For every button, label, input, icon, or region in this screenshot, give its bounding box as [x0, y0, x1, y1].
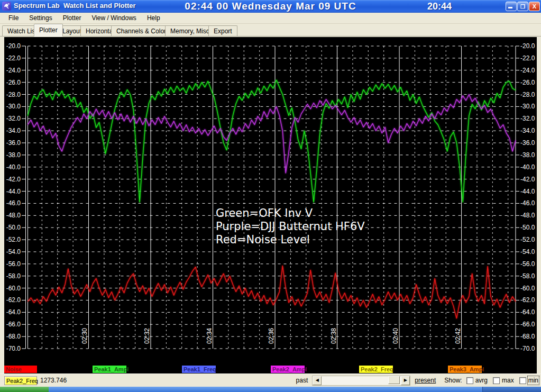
svg-text:-66.0: -66.0 — [6, 321, 21, 328]
svg-text:-60.0: -60.0 — [6, 285, 21, 292]
svg-text:-32.0: -32.0 — [6, 115, 21, 122]
scroll-left-arrow[interactable]: ◀ — [313, 376, 322, 385]
svg-text:-54.0: -54.0 — [520, 248, 535, 256]
channel-value: 1273.746 — [40, 377, 67, 384]
svg-text:-68.0: -68.0 — [520, 333, 535, 340]
legend-chip-peak1_ampl[interactable]: Peak1_Ampl — [93, 366, 126, 373]
legend-chip-peak2_ampl[interactable]: Peak2_Ampl — [271, 366, 305, 373]
trace-2 — [28, 266, 516, 318]
tab-export[interactable]: Export — [208, 25, 237, 36]
legend-chip-peak2_freq[interactable]: Peak2_Freq — [359, 366, 393, 373]
menu-bar: FileSettingsPlotterView / WindowsHelp — [0, 13, 541, 24]
svg-text:-70.0: -70.0 — [520, 345, 535, 352]
restore-button[interactable] — [517, 2, 528, 11]
plot-annotation-line: Green=OFK Inv V — [216, 207, 313, 220]
svg-text:-54.0: -54.0 — [6, 248, 21, 256]
svg-text:-24.0: -24.0 — [520, 67, 535, 74]
menu-item-settings[interactable]: Settings — [24, 13, 57, 23]
svg-text:-62.0: -62.0 — [6, 296, 21, 304]
svg-text:-36.0: -36.0 — [520, 139, 535, 147]
svg-text:-52.0: -52.0 — [6, 236, 21, 243]
menu-item-plotter[interactable]: Plotter — [58, 13, 87, 23]
selected-channel-chip[interactable]: Peak2_Freq — [4, 376, 37, 385]
avrg-checkbox[interactable] — [466, 377, 473, 384]
tab-plotter[interactable]: Plotter — [34, 24, 63, 37]
plot-annotation-line: Purple=DJJ Butternut HF6V — [216, 220, 365, 233]
svg-text:-32.0: -32.0 — [520, 115, 535, 122]
svg-text:02:34: 02:34 — [206, 328, 213, 344]
menu-item-help[interactable]: Help — [142, 13, 166, 23]
trace-0 — [28, 80, 516, 202]
legend-chip-peak3_ampl[interactable]: Peak3_Ampl — [448, 366, 482, 373]
avrg-checkbox-label: avrg — [475, 377, 488, 384]
svg-text:-30.0: -30.0 — [520, 103, 535, 110]
svg-text:-48.0: -48.0 — [520, 212, 535, 219]
history-controls: past ◀ ▶ present Show: avrgmaxmin — [296, 376, 541, 386]
svg-text:-40.0: -40.0 — [520, 163, 535, 171]
svg-text:-52.0: -52.0 — [520, 236, 535, 243]
local-clock: 20:44 — [427, 1, 452, 12]
svg-text:-38.0: -38.0 — [520, 151, 535, 159]
svg-text:-64.0: -64.0 — [6, 308, 21, 316]
app-icon — [2, 2, 11, 11]
close-button[interactable]: X — [529, 2, 540, 11]
min-checkbox[interactable] — [519, 377, 526, 384]
svg-text:-38.0: -38.0 — [6, 151, 21, 159]
history-scrollbar[interactable]: ◀ ▶ — [312, 376, 410, 386]
svg-text:-22.0: -22.0 — [6, 54, 21, 62]
plot-canvas[interactable]: -20.0-20.0-22.0-22.0-24.0-24.0-26.0-26.0… — [4, 37, 537, 373]
svg-text:-34.0: -34.0 — [6, 127, 21, 134]
legend-chip-noise[interactable]: Noise — [4, 366, 37, 373]
svg-text:02:38: 02:38 — [330, 328, 337, 344]
past-label: past — [296, 377, 308, 384]
tab-bar: Watch ListPlotterLayoutHorizontalChannel… — [0, 24, 541, 37]
scrollbar-thumb[interactable] — [388, 376, 400, 384]
utc-clock: 02:44 00 Wednesday Mar 09 UTC — [185, 1, 356, 12]
scroll-right-arrow[interactable]: ▶ — [401, 376, 410, 385]
max-checkbox-label: max — [502, 377, 514, 384]
trace-1 — [28, 95, 516, 174]
present-link[interactable]: present — [415, 377, 436, 384]
svg-text:-44.0: -44.0 — [6, 188, 21, 195]
svg-text:-68.0: -68.0 — [6, 333, 21, 340]
svg-text:-20.0: -20.0 — [6, 42, 21, 50]
svg-text:-56.0: -56.0 — [6, 260, 21, 268]
legend-chip-peak1_freq[interactable]: Peak1_Freq — [182, 366, 216, 373]
svg-text:-26.0: -26.0 — [6, 79, 21, 86]
title-bar[interactable]: Spectrum Lab Watch List and Plotter 02:4… — [0, 0, 541, 13]
svg-text:-44.0: -44.0 — [520, 188, 535, 195]
svg-text:-42.0: -42.0 — [6, 176, 21, 183]
svg-text:-26.0: -26.0 — [520, 79, 535, 86]
status-bar: Peak2_Freq 1273.746 past ◀ ▶ present Sho… — [0, 373, 541, 387]
show-label: Show: — [444, 377, 462, 384]
svg-text:02:40: 02:40 — [392, 328, 399, 344]
taskbar-item-fragment[interactable] — [482, 387, 541, 392]
svg-text:-66.0: -66.0 — [520, 321, 535, 328]
svg-text:02:32: 02:32 — [143, 328, 151, 344]
svg-text:-36.0: -36.0 — [6, 139, 21, 147]
svg-text:02:42: 02:42 — [454, 328, 462, 344]
taskbar-strip[interactable] — [0, 387, 541, 392]
show-checkbox-row: avrgmaxmin — [466, 377, 538, 384]
svg-text:-20.0: -20.0 — [520, 42, 535, 50]
svg-text:-28.0: -28.0 — [6, 91, 21, 98]
svg-text:-50.0: -50.0 — [6, 224, 21, 231]
svg-text:-50.0: -50.0 — [520, 224, 535, 231]
svg-text:-60.0: -60.0 — [520, 285, 535, 292]
show-option-avrg: avrg — [466, 377, 488, 384]
window-title: Spectrum Lab Watch List and Plotter — [14, 2, 136, 10]
svg-text:02:30: 02:30 — [81, 328, 88, 344]
svg-text:-46.0: -46.0 — [520, 199, 535, 207]
svg-text:-22.0: -22.0 — [520, 54, 535, 62]
plotter-panel[interactable]: -20.0-20.0-22.0-22.0-24.0-24.0-26.0-26.0… — [4, 37, 537, 373]
menu-item-file[interactable]: File — [3, 13, 24, 23]
start-button-fragment[interactable] — [0, 387, 49, 392]
svg-text:-40.0: -40.0 — [6, 163, 21, 171]
min-checkbox-label: min — [528, 377, 538, 384]
minimize-button[interactable] — [506, 2, 517, 11]
max-checkbox[interactable] — [493, 377, 500, 384]
menu-item-view-windows[interactable]: View / Windows — [86, 13, 141, 23]
scrollbar-track[interactable] — [322, 376, 401, 385]
show-option-min: min — [519, 377, 538, 384]
svg-text:-42.0: -42.0 — [520, 176, 535, 183]
